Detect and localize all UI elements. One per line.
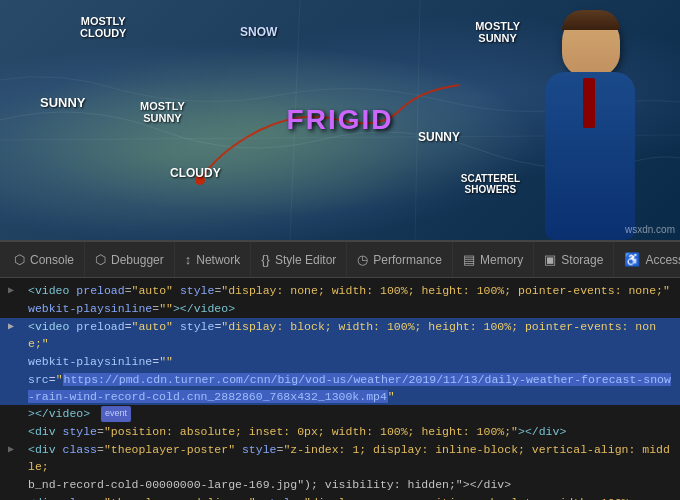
- console-icon: ⬡: [14, 252, 25, 267]
- code-content-3: <video preload="auto" style="display: bl…: [28, 318, 672, 353]
- tab-network[interactable]: ↕ Network: [175, 242, 252, 277]
- weather-label-mostly-cloudy: MOSTLYCLOUDY: [80, 15, 126, 39]
- event-badge: event: [101, 406, 131, 422]
- weather-label-frigid: FRIGID: [287, 104, 394, 136]
- storage-icon: ▣: [544, 252, 556, 267]
- code-content-1: <video preload="auto" style="display: no…: [28, 282, 672, 299]
- tab-access[interactable]: ♿ Access: [614, 242, 680, 277]
- style-editor-icon: {}: [261, 252, 270, 267]
- weather-label-mostly-sunny-tr: MOSTLYSUNNY: [475, 20, 520, 44]
- code-content-9: b_nd-record-cold-00000000-large-169.jpg"…: [28, 476, 672, 493]
- code-content-8: <div class="theoplayer-poster" style="z-…: [28, 441, 672, 476]
- tab-performance[interactable]: ◷ Performance: [347, 242, 453, 277]
- tab-memory[interactable]: ▤ Memory: [453, 242, 534, 277]
- code-content-4: webkit-playsinline="": [28, 353, 672, 370]
- devtools-panel: ⬡ Console ⬡ Debugger ↕ Network {} Style …: [0, 240, 680, 500]
- tab-network-label: Network: [196, 253, 240, 267]
- weather-label-sunny-left: SUNNY: [40, 95, 86, 110]
- memory-icon: ▤: [463, 252, 475, 267]
- performance-icon: ◷: [357, 252, 368, 267]
- arrow-8: ▶: [8, 442, 14, 457]
- code-line-1: ▶ <video preload="auto" style="display: …: [0, 282, 680, 300]
- tab-debugger-label: Debugger: [111, 253, 164, 267]
- code-line-10: <div class="theoplayer-ad-linear" style=…: [0, 494, 680, 501]
- code-line-5: src="https://pmd.cdn.turner.com/cnn/big/…: [0, 371, 680, 406]
- weatherman-hair: [562, 10, 620, 30]
- code-line-8: ▶ <div class="theoplayer-poster" style="…: [0, 441, 680, 476]
- weather-label-sunny-mid-right: SUNNY: [418, 130, 460, 144]
- code-line-9: b_nd-record-cold-00000000-large-169.jpg"…: [0, 476, 680, 494]
- devtools-toolbar: ⬡ Console ⬡ Debugger ↕ Network {} Style …: [0, 242, 680, 278]
- arrow-3: ▶: [8, 319, 14, 334]
- weather-label-mostly-sunny-mid: MOSTLYSUNNY: [140, 100, 185, 124]
- weather-banner: MOSTLYCLOUDY SNOW MOSTLYSUNNY FRIGID SUN…: [0, 0, 680, 240]
- watermark: wsxdn.com: [625, 224, 675, 235]
- tab-access-label: Access: [645, 253, 680, 267]
- tab-console-label: Console: [30, 253, 74, 267]
- code-content-10: <div class="theoplayer-ad-linear" style=…: [28, 494, 672, 501]
- tab-performance-label: Performance: [373, 253, 442, 267]
- code-line-3: ▶ <video preload="auto" style="display: …: [0, 318, 680, 353]
- code-content-7: <div style="position: absolute; inset: 0…: [28, 423, 672, 440]
- code-line-6: ></video> event: [0, 405, 680, 423]
- weatherman-container: [520, 0, 660, 240]
- code-content-5: src="https://pmd.cdn.turner.com/cnn/big/…: [28, 371, 672, 406]
- tab-storage-label: Storage: [561, 253, 603, 267]
- tab-storage[interactable]: ▣ Storage: [534, 242, 614, 277]
- arrow-1: ▶: [8, 283, 14, 298]
- code-line-2: webkit-playsinline=""></video>: [0, 300, 680, 318]
- code-line-7: <div style="position: absolute; inset: 0…: [0, 423, 680, 441]
- weatherman-tie: [583, 78, 595, 128]
- tab-style-editor-label: Style Editor: [275, 253, 336, 267]
- tab-console[interactable]: ⬡ Console: [4, 242, 85, 277]
- code-content-6: ></video> event: [28, 405, 672, 422]
- tab-memory-label: Memory: [480, 253, 523, 267]
- code-panel[interactable]: ▶ <video preload="auto" style="display: …: [0, 278, 680, 500]
- weather-label-cloudy: CLOUDY: [170, 166, 221, 180]
- access-icon: ♿: [624, 252, 640, 267]
- code-line-4: webkit-playsinline="": [0, 353, 680, 371]
- debugger-icon: ⬡: [95, 252, 106, 267]
- tab-style-editor[interactable]: {} Style Editor: [251, 242, 347, 277]
- weather-label-snow: SNOW: [240, 25, 277, 39]
- weather-label-scattered-showers: SCATTERELSHOWERS: [461, 173, 520, 195]
- network-icon: ↕: [185, 252, 192, 267]
- code-content-2: webkit-playsinline=""></video>: [28, 300, 672, 317]
- tab-debugger[interactable]: ⬡ Debugger: [85, 242, 175, 277]
